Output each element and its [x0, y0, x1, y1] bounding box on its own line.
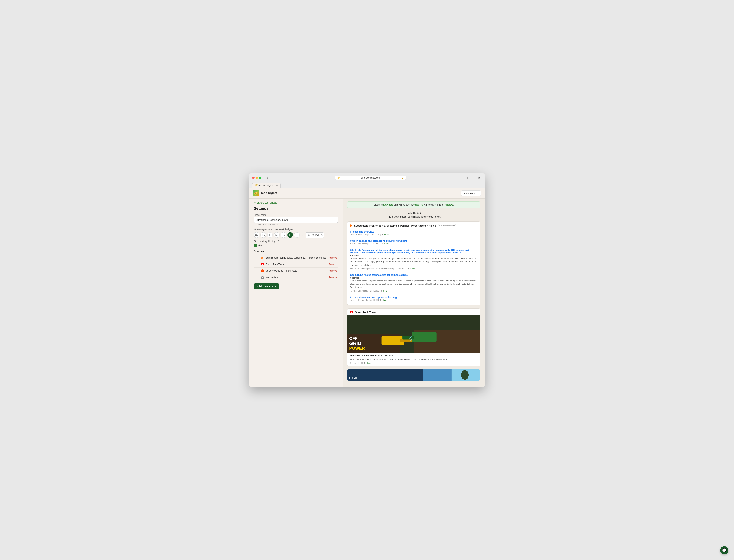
article-title-3[interactable]: Life Cycle Assessment of the natural gas…	[350, 249, 477, 254]
last-sent-text: Last sent at 12 Apr 05:01 PM	[254, 224, 338, 226]
banner-mid2: Amsterdam time	[423, 204, 441, 206]
rss-source-icon	[261, 256, 264, 259]
source-name-reddit: r/electricvehicles - Top 5 posts	[266, 270, 327, 272]
article-title-4[interactable]: Gas turbine related technologies for car…	[350, 274, 477, 276]
day-btn-th[interactable]: Th	[281, 232, 286, 238]
yt-thumbnail-text: OFF GRID POWER	[349, 336, 365, 351]
yt-card-header: Green Tech Town	[348, 309, 480, 315]
digest-name-label: Digest name	[254, 214, 338, 216]
minimize-button[interactable]	[256, 177, 258, 179]
svg-point-0	[261, 258, 262, 259]
yt-video-info: OFF-GRID Power Now FUELS My Shed Watch a…	[348, 353, 480, 366]
share-icon-5: ⬆	[379, 299, 381, 301]
banner-suffix: .	[453, 204, 454, 206]
window-toggle-btn[interactable]: ⊞	[265, 176, 270, 180]
chat-bubble[interactable]: 💬	[720, 546, 728, 554]
article-share-4[interactable]: Share	[383, 290, 388, 292]
my-account-label: My Account	[463, 192, 476, 195]
drag-handle-icon-nl[interactable]: ⋮⋮	[255, 276, 259, 279]
back-link[interactable]: ↩ Back to your digests	[254, 201, 338, 204]
hello-digest: This is your digest "Sustainable Technol…	[347, 215, 480, 219]
banner-prefix: Digest is	[373, 204, 383, 206]
yt-video-meta: 19 Nov 16:00 | ⬆ Share	[350, 362, 477, 364]
browser-actions: ⬆ + ⧉	[464, 175, 482, 180]
yt-video-share[interactable]: Share	[366, 362, 371, 364]
banner-pre-day: on	[441, 204, 445, 206]
favicon-icon: 🌮	[338, 177, 340, 179]
share-btn[interactable]: ⬆	[464, 175, 470, 180]
my-account-dropdown[interactable]: My Account ▾	[461, 190, 481, 196]
share-icon-2: ⬆	[382, 243, 383, 245]
preview-panel: Digest is activated and will be sent at …	[343, 199, 485, 387]
article-2: Carbon capture and storage: An industry …	[350, 238, 477, 247]
article-share-3[interactable]: Share	[410, 267, 415, 270]
remove-btn-newsletter[interactable]: Remove	[329, 276, 337, 279]
digest-name-input[interactable]	[254, 217, 338, 223]
banner-day: Fridays	[445, 204, 453, 206]
day-btn-mo[interactable]: Mo	[261, 232, 266, 238]
drag-handle-icon-reddit[interactable]: ⋮⋮	[255, 270, 259, 272]
article-title-1[interactable]: Preface and overview	[350, 230, 477, 233]
article-1: Preface and overview Howard JM Hanley | …	[350, 229, 477, 238]
source-item-reddit: ⋮⋮ r r/electricvehicles - Top 5 posts Re…	[254, 268, 338, 274]
drag-handle-icon[interactable]: ⋮⋮	[255, 256, 259, 259]
article-abstract-label-3: Abstract	[350, 254, 477, 257]
remove-btn-youtube[interactable]: Remove	[329, 263, 337, 266]
rss-articles: Preface and overview Howard JM Hanley | …	[348, 229, 480, 305]
back-link-text: Back to your digests	[257, 201, 277, 204]
yes-checkbox[interactable]: ✓	[254, 244, 257, 247]
article-share-5[interactable]: Share	[382, 299, 387, 301]
article-author-date-1: Howard JM Hanley | 17 Dec 00:00 |	[350, 233, 381, 236]
source-item-youtube: ⋮⋮ Green Tech Town Remove	[254, 261, 338, 268]
app-content: 🌮 Taco Digest My Account ▾ ↩ Back to you…	[249, 188, 485, 387]
article-title-5[interactable]: An overview of carbon capture technology	[350, 296, 477, 299]
browser-tab[interactable]: 🌮 app.tacodigest.com	[252, 183, 281, 188]
back-btn[interactable]: ‹	[271, 176, 277, 180]
article-meta-3: Anna Korre, Zhenggang Nie and Sevket Dur…	[350, 267, 477, 270]
lock-icon: 🔒	[401, 177, 403, 179]
hello-name: Hello Dmitrii	[406, 212, 421, 214]
day-btn-su[interactable]: Su	[254, 232, 259, 238]
day-btn-fr[interactable]: Fr	[288, 232, 293, 238]
address-bar[interactable]: 🌮 app.tacodigest.com 🔒	[335, 176, 406, 180]
article-author-date-3: Anna Korre, Zhenggang Nie and Sevket Dur…	[350, 267, 407, 270]
day-selector: Su Mo Tu We Th Fr Sa at 05:00 PM	[254, 232, 338, 238]
yt-thumbnail[interactable]: OFF GRID POWER	[348, 315, 480, 353]
day-btn-sa[interactable]: Sa	[294, 232, 300, 238]
article-author-date-5: Bruce R. Palmer | 17 Dec 00:00 |	[350, 299, 379, 301]
traffic-lights	[252, 177, 261, 179]
digest-hello: Hello Dmitrii This is your digest "Susta…	[347, 211, 480, 219]
game-changer-text: GAME	[349, 376, 358, 379]
remove-btn-rss[interactable]: Remove	[329, 256, 337, 259]
article-3: Life Cycle Assessment of the natural gas…	[350, 247, 477, 272]
close-button[interactable]	[252, 177, 255, 179]
main-layout: ↩ Back to your digests Settings Digest n…	[249, 199, 485, 387]
time-select[interactable]: 05:00 PM	[306, 232, 324, 238]
svg-rect-12	[412, 332, 436, 342]
article-title-2[interactable]: Carbon capture and storage: An industry …	[350, 240, 477, 242]
rss-source-domain: www.qscience.com	[438, 224, 456, 227]
newsletter-source-icon	[261, 276, 264, 279]
yt-video-date: 19 Nov 16:00 |	[350, 362, 363, 364]
day-btn-tu[interactable]: Tu	[267, 232, 273, 238]
remove-btn-reddit[interactable]: Remove	[329, 270, 337, 272]
rss-icon	[350, 224, 353, 227]
maximize-button[interactable]	[259, 177, 261, 179]
article-share-1[interactable]: Share	[384, 233, 389, 236]
day-btn-we[interactable]: We	[274, 232, 280, 238]
start-sending-label: Start sending this digest?	[254, 240, 338, 243]
yt-video-desc: Watch as Robert adds off-grid power to h…	[350, 358, 477, 361]
drag-handle-icon-yt[interactable]: ⋮⋮	[255, 263, 259, 266]
tabs-btn[interactable]: ⧉	[476, 175, 482, 180]
youtube-card: Green Tech Town	[347, 308, 480, 366]
source-item-newsletter: ⋮⋮ Newsletters Remove	[254, 274, 338, 281]
article-meta-4: R. Peter Lindstadt | 17 Dec 00:00 | ⬆ Sh…	[350, 290, 477, 292]
svg-rect-5	[261, 276, 264, 279]
yt-thumbnail-2[interactable]: GAME	[348, 369, 480, 381]
article-share-2[interactable]: Share	[384, 243, 389, 245]
add-source-button[interactable]: + Add new source	[254, 283, 279, 289]
banner-time: 05:00 PM	[413, 204, 423, 206]
new-tab-btn[interactable]: +	[470, 175, 476, 180]
svg-point-6	[350, 226, 351, 227]
yt-video-title: OFF-GRID Power Now FUELS My Shed	[350, 354, 477, 357]
